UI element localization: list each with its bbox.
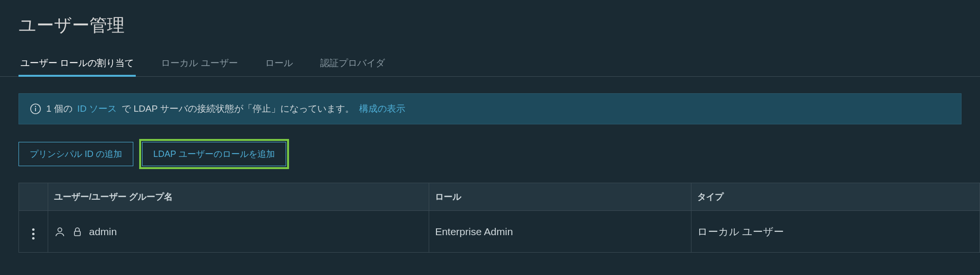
tab-user-role-assignment[interactable]: ユーザー ロールの割り当て <box>18 52 136 76</box>
tab-roles[interactable]: ロール <box>263 52 295 76</box>
page-title: ユーザー管理 <box>0 0 980 52</box>
info-text-prefix: 1 個の <box>46 103 73 115</box>
column-header-actions <box>19 183 48 211</box>
table-row: admin Enterprise Admin ローカル ユーザー <box>19 211 980 253</box>
tab-auth-providers[interactable]: 認証プロバイダ <box>318 52 387 76</box>
info-banner: 1 個の ID ソース で LDAP サーバの接続状態が「停止」になっています。… <box>18 93 962 124</box>
action-row: プリンシパル ID の追加 LDAP ユーザーのロールを追加 <box>0 124 980 166</box>
info-link-view-config[interactable]: 構成の表示 <box>359 103 405 115</box>
user-type: ローカル ユーザー <box>691 211 980 253</box>
lock-icon <box>72 226 83 238</box>
column-header-type: タイプ <box>691 183 980 211</box>
svg-point-2 <box>35 106 36 107</box>
add-principal-id-button[interactable]: プリンシパル ID の追加 <box>18 142 133 166</box>
info-text-mid: で LDAP サーバの接続状態が「停止」になっています。 <box>122 103 354 115</box>
role-assignment-table: ユーザー/ユーザー グループ名 ロール タイプ <box>18 183 980 253</box>
svg-point-3 <box>58 228 62 232</box>
column-header-name: ユーザー/ユーザー グループ名 <box>48 183 429 211</box>
svg-rect-4 <box>74 231 80 236</box>
user-role: Enterprise Admin <box>429 211 691 253</box>
tabs: ユーザー ロールの割り当て ローカル ユーザー ロール 認証プロバイダ <box>0 52 980 77</box>
column-header-role: ロール <box>429 183 691 211</box>
user-name: admin <box>89 226 117 238</box>
add-ldap-user-role-button[interactable]: LDAP ユーザーのロールを追加 <box>142 142 286 166</box>
user-icon <box>54 226 66 238</box>
row-actions-menu-icon[interactable] <box>30 226 36 241</box>
info-link-id-source[interactable]: ID ソース <box>77 103 117 115</box>
info-icon <box>30 103 41 115</box>
tab-local-users[interactable]: ローカル ユーザー <box>159 52 239 76</box>
